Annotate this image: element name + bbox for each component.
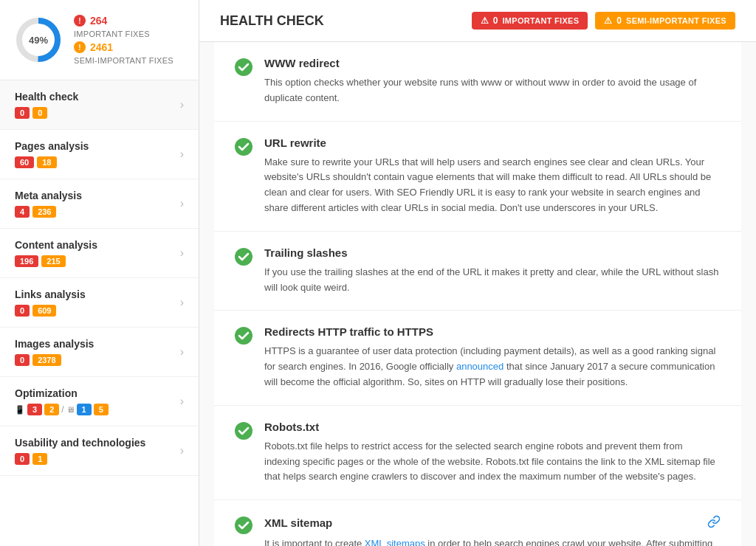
score-donut: 49% <box>15 16 62 63</box>
check-title-http-https: Redirects HTTP traffic to HTTPS <box>264 325 721 338</box>
sidebar: 49% ! 264 IMPORTANT FIXES ! 2461 SEMI-IM… <box>0 0 199 546</box>
check-item-trailing-slashes: Trailing slashes If you use the trailing… <box>214 232 741 311</box>
chevron-icon-pages-analysis: › <box>180 148 184 161</box>
main-content: HEALTH CHECK ⚠ 0 IMPORTANT FIXES ⚠ 0 SEM… <box>199 0 756 546</box>
check-title-trailing-slashes: Trailing slashes <box>264 246 721 259</box>
sidebar-item-meta-analysis[interactable]: Meta analysis 4 236 › <box>0 179 199 229</box>
svg-point-7 <box>235 516 252 534</box>
check-title-xml-sitemap: XML sitemap <box>264 515 721 531</box>
main-title: HEALTH CHECK <box>220 13 472 29</box>
opt-separator: / <box>61 404 63 415</box>
sidebar-item-title-usability: Usability and technologies <box>15 437 180 449</box>
header-badge-semi-important: ⚠ 0 SEMI-IMPORTANT FIXES <box>595 12 735 30</box>
important-fixes-label: IMPORTANT FIXES <box>74 30 173 38</box>
semi-important-fixes-count: 2461 <box>90 41 113 53</box>
header-semi-label: SEMI-IMPORTANT FIXES <box>626 16 726 25</box>
header-semi-count: 0 <box>616 15 622 26</box>
sidebar-item-title-meta-analysis: Meta analysis <box>15 190 180 201</box>
sidebar-item-health-check[interactable]: Health check 0 0 › <box>0 80 199 130</box>
svg-point-2 <box>235 58 252 76</box>
check-desc-trailing-slashes: If you use the trailing slashes at the e… <box>264 265 721 296</box>
badge-extra-optimization: 5 <box>94 404 109 415</box>
check-pass-icon-xml-sitemap <box>235 516 252 536</box>
important-fixes-icon: ! <box>74 15 86 27</box>
sidebar-item-title-pages-analysis: Pages analysis <box>15 140 180 152</box>
badge-orange-links-analysis: 609 <box>32 305 56 317</box>
check-pass-icon-http-https <box>235 327 252 347</box>
desktop-icon: 🖥 <box>66 405 75 414</box>
sidebar-item-usability-technologies[interactable]: Usability and technologies 0 1 › <box>0 426 199 476</box>
badge-red-images-analysis: 0 <box>15 354 30 366</box>
semi-important-fixes-row: ! 2461 <box>74 41 173 53</box>
svg-point-5 <box>235 327 252 345</box>
chevron-icon-links-analysis: › <box>180 296 184 309</box>
badge-orange-images-analysis: 2378 <box>32 354 61 366</box>
badge-orange-health-check: 0 <box>32 107 47 119</box>
check-pass-icon-www-redirect <box>235 58 252 78</box>
sidebar-item-title-links-analysis: Links analysis <box>15 288 180 300</box>
donut-percent: 49% <box>29 35 48 46</box>
sidebar-item-links-analysis[interactable]: Links analysis 0 609 › <box>0 278 199 328</box>
badge-red-pages-analysis: 60 <box>15 156 34 168</box>
badge-red-usability: 0 <box>15 453 30 465</box>
important-fixes-row: ! 264 <box>74 15 173 27</box>
check-desc-xml-sitemap: It is important to create XML sitemaps i… <box>264 536 721 546</box>
check-title-robots-txt: Robots.txt <box>264 421 721 433</box>
badge-row-pages-analysis: 60 18 <box>15 156 180 168</box>
badge-row-usability: 0 1 <box>15 453 180 465</box>
check-desc-robots-txt: Robots.txt file helps to restrict access… <box>264 439 721 485</box>
check-desc-www-redirect: This option checks whether your website … <box>264 75 721 106</box>
sidebar-item-pages-analysis[interactable]: Pages analysis 60 18 › <box>0 130 199 179</box>
sidebar-item-optimization[interactable]: Optimization 📱 3 2 / 🖥 1 5 › <box>0 377 199 426</box>
header-important-count: 0 <box>493 15 498 26</box>
check-pass-icon-robots-txt <box>235 422 252 442</box>
sidebar-item-title-images-analysis: Images analysis <box>15 338 180 350</box>
check-pass-icon-trailing-slashes <box>235 248 252 268</box>
chevron-icon-optimization: › <box>180 395 184 408</box>
svg-point-6 <box>235 422 252 440</box>
check-item-robots-txt: Robots.txt Robots.txt file helps to rest… <box>214 406 741 500</box>
svg-point-4 <box>235 248 252 266</box>
sidebar-item-images-analysis[interactable]: Images analysis 0 2378 › <box>0 328 199 377</box>
sidebar-item-content-analysis[interactable]: Content analysis 196 215 › <box>0 229 199 278</box>
badge-row-images-analysis: 0 2378 <box>15 354 180 366</box>
chevron-icon-content-analysis: › <box>180 246 184 260</box>
header-badge-important: ⚠ 0 IMPORTANT FIXES <box>472 12 588 30</box>
check-list: WWW redirect This option checks whether … <box>199 42 756 546</box>
badge-red-meta-analysis: 4 <box>15 206 30 218</box>
sidebar-item-title-content-analysis: Content analysis <box>15 239 180 251</box>
badge-red-links-analysis: 0 <box>15 305 30 317</box>
badge-red-optimization: 3 <box>27 404 42 415</box>
check-item-http-https: Redirects HTTP traffic to HTTPS HTTPS is… <box>214 311 741 405</box>
badge-row-meta-analysis: 4 236 <box>15 206 180 218</box>
http-https-link[interactable]: announced <box>456 361 504 372</box>
xml-sitemap-link[interactable]: XML sitemaps <box>365 538 425 546</box>
main-header: HEALTH CHECK ⚠ 0 IMPORTANT FIXES ⚠ 0 SEM… <box>199 0 756 42</box>
chevron-icon-health-check: › <box>180 98 184 111</box>
badge-row-optimization: 📱 3 2 / 🖥 1 5 <box>15 404 180 415</box>
badge-row-content-analysis: 196 215 <box>15 255 180 267</box>
check-item-url-rewrite: URL rewrite Make sure to rewrite your UR… <box>214 122 741 232</box>
badge-orange-optimization: 2 <box>44 404 59 415</box>
sidebar-item-title-optimization: Optimization <box>15 387 180 399</box>
header-important-label: IMPORTANT FIXES <box>502 16 579 25</box>
important-fixes-count: 264 <box>90 15 107 27</box>
sidebar-header: 49% ! 264 IMPORTANT FIXES ! 2461 SEMI-IM… <box>0 0 199 80</box>
chevron-icon-meta-analysis: › <box>180 197 184 210</box>
badge-orange-usability: 1 <box>32 453 47 465</box>
mobile-icon: 📱 <box>15 405 25 415</box>
sidebar-item-title-health-check: Health check <box>15 91 180 103</box>
header-badges: ⚠ 0 IMPORTANT FIXES ⚠ 0 SEMI-IMPORTANT F… <box>472 12 735 30</box>
external-link-icon[interactable] <box>707 515 721 531</box>
badge-blue-optimization: 1 <box>77 404 92 415</box>
semi-important-fixes-label: SEMI-IMPORTANT FIXES <box>74 56 173 65</box>
badge-red-content-analysis: 196 <box>15 255 38 267</box>
check-desc-url-rewrite: Make sure to rewrite your URLs that will… <box>264 155 721 216</box>
chevron-icon-images-analysis: › <box>180 345 184 359</box>
chevron-icon-usability: › <box>180 444 184 457</box>
badge-row-links-analysis: 0 609 <box>15 305 180 317</box>
header-important-icon: ⚠ <box>481 15 489 26</box>
check-title-url-rewrite: URL rewrite <box>264 136 721 149</box>
badge-orange-pages-analysis: 18 <box>37 156 56 168</box>
check-pass-icon-url-rewrite <box>235 138 252 158</box>
